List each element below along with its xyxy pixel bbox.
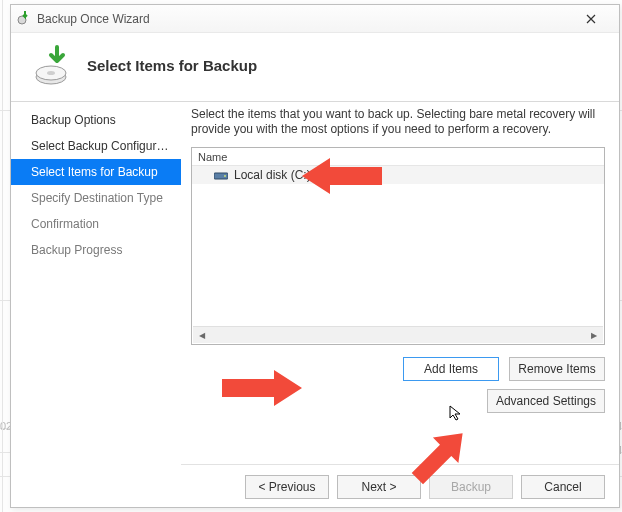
previous-button[interactable]: < Previous (245, 475, 329, 499)
next-button[interactable]: Next > (337, 475, 421, 499)
step-select-items[interactable]: Select Items for Backup (11, 159, 181, 185)
titlebar: Backup Once Wizard (11, 5, 619, 33)
disk-icon (214, 170, 228, 180)
list-item-label: Local disk (C:) (234, 168, 311, 182)
step-select-config[interactable]: Select Backup Configurat... (11, 133, 181, 159)
step-confirmation[interactable]: Confirmation (11, 211, 181, 237)
backup-button: Backup (429, 475, 513, 499)
list-column-header-name[interactable]: Name (192, 148, 604, 166)
wizard-steps-sidebar: Backup Options Select Backup Configurat.… (11, 101, 181, 507)
cancel-button[interactable]: Cancel (521, 475, 605, 499)
wizard-dialog: Backup Once Wizard Select Items for Back… (10, 4, 620, 508)
wizard-nav-buttons: < Previous Next > Backup Cancel (181, 464, 619, 499)
step-backup-progress[interactable]: Backup Progress (11, 237, 181, 263)
wizard-main-pane: Select the items that you want to back u… (181, 101, 619, 507)
advanced-row: Advanced Settings (191, 389, 605, 413)
horizontal-scrollbar[interactable]: ◀ ▶ (193, 326, 603, 343)
advanced-settings-button[interactable]: Advanced Settings (487, 389, 605, 413)
add-items-button[interactable]: Add Items (403, 357, 499, 381)
page-heading: Select Items for Backup (87, 57, 257, 74)
backup-icon (31, 43, 75, 87)
remove-items-button[interactable]: Remove Items (509, 357, 605, 381)
wizard-header: Select Items for Backup (11, 33, 619, 102)
items-list[interactable]: Local disk (C:) (192, 166, 604, 321)
wizard-body: Backup Options Select Backup Configurat.… (11, 101, 619, 507)
items-list-panel: Name Local disk (C:) ◀ ▶ (191, 147, 605, 345)
instructions-text: Select the items that you want to back u… (191, 107, 605, 137)
item-buttons-row: Add Items Remove Items (191, 357, 605, 381)
app-icon (17, 9, 33, 28)
background-divider (2, 0, 3, 512)
step-destination-type[interactable]: Specify Destination Type (11, 185, 181, 211)
step-backup-options[interactable]: Backup Options (11, 107, 181, 133)
scroll-left-icon[interactable]: ◀ (195, 328, 209, 342)
close-button[interactable] (569, 5, 613, 33)
svg-point-5 (224, 175, 226, 177)
list-item[interactable]: Local disk (C:) (192, 166, 604, 184)
svg-point-3 (47, 71, 55, 75)
scroll-right-icon[interactable]: ▶ (587, 328, 601, 342)
window-title: Backup Once Wizard (33, 12, 569, 26)
